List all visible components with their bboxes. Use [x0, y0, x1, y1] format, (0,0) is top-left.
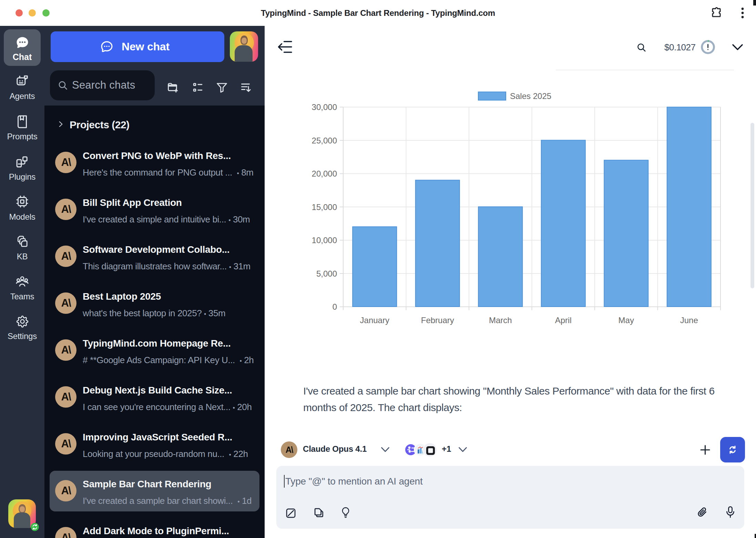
svg-text:Sales 2025: Sales 2025 — [510, 91, 551, 101]
svg-text:30,000: 30,000 — [312, 102, 337, 112]
svg-text:0: 0 — [333, 302, 337, 311]
svg-text:January: January — [360, 316, 389, 325]
svg-text:25,000: 25,000 — [312, 136, 337, 145]
svg-text:20,000: 20,000 — [312, 169, 337, 178]
svg-text:15,000: 15,000 — [312, 202, 337, 212]
svg-text:5,000: 5,000 — [316, 269, 337, 278]
svg-text:February: February — [421, 316, 454, 325]
svg-text:10,000: 10,000 — [312, 236, 337, 245]
svg-text:June: June — [680, 316, 698, 325]
svg-text:May: May — [619, 316, 634, 325]
svg-text:March: March — [489, 316, 512, 325]
svg-text:April: April — [555, 316, 572, 325]
